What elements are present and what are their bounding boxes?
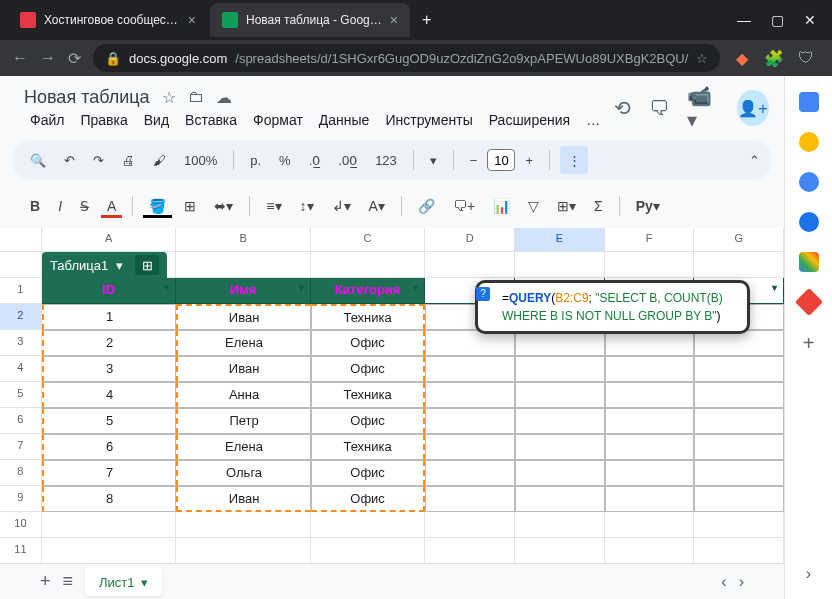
scroll-right-icon[interactable]: ›	[739, 573, 744, 591]
cell-b2[interactable]: Иван	[176, 304, 310, 330]
redo-button[interactable]: ↷	[87, 149, 110, 172]
collapse-toolbar-icon[interactable]: ⌃	[749, 153, 760, 168]
bold-button[interactable]: B	[24, 194, 46, 218]
addon-icon[interactable]	[794, 288, 822, 316]
cloud-icon[interactable]: ☁	[216, 88, 232, 107]
paint-format-button[interactable]: 🖌	[147, 149, 172, 172]
sheet-tab-1[interactable]: Лист1 ▾	[85, 567, 161, 596]
font-size-decrease[interactable]: −	[464, 149, 484, 172]
chevron-down-icon[interactable]: ▾	[116, 258, 123, 273]
forward-button[interactable]: →	[40, 49, 56, 67]
row-header-5[interactable]: 5	[0, 382, 42, 408]
currency-button[interactable]: р.	[244, 149, 267, 172]
percent-button[interactable]: %	[273, 149, 297, 172]
tasks-icon[interactable]	[799, 172, 819, 192]
new-tab-button[interactable]: +	[412, 11, 441, 29]
filter-button[interactable]: ▽	[522, 194, 545, 218]
fill-color-button[interactable]: 🪣	[143, 194, 172, 218]
close-icon[interactable]: ×	[188, 12, 196, 28]
row-header-3[interactable]: 3	[0, 330, 42, 356]
row-header-6[interactable]: 6	[0, 408, 42, 434]
table-header-category[interactable]: Категория	[311, 278, 426, 304]
url-input[interactable]: 🔒 docs.google.com/spreadsheets/d/1SHGxr6…	[93, 44, 720, 72]
menu-format[interactable]: Формат	[247, 110, 309, 130]
toolbar-more-button[interactable]: ⋮	[560, 146, 588, 174]
calendar-icon[interactable]	[799, 92, 819, 112]
row-header-8[interactable]: 8	[0, 460, 42, 486]
scroll-left-icon[interactable]: ‹	[721, 573, 726, 591]
col-header-g[interactable]: G	[694, 228, 784, 252]
document-title[interactable]: Новая таблица	[24, 87, 150, 108]
cell-a2[interactable]: 1	[42, 304, 176, 330]
menu-tools[interactable]: Инструменты	[379, 110, 478, 130]
ext-icon-3[interactable]: 🛡	[796, 48, 816, 68]
row-header-4[interactable]: 4	[0, 356, 42, 382]
menu-view[interactable]: Вид	[138, 110, 175, 130]
row-header-9[interactable]: 9	[0, 486, 42, 512]
keep-icon[interactable]	[799, 132, 819, 152]
number-format-select[interactable]: 123	[369, 149, 403, 172]
strikethrough-button[interactable]: S̶	[74, 194, 95, 218]
row-header-7[interactable]: 7	[0, 434, 42, 460]
increase-decimal-button[interactable]: .00̲	[332, 149, 363, 172]
table-name-banner[interactable]: Таблица1 ▾ ⊞	[42, 252, 167, 278]
search-icon[interactable]: 🔍	[24, 149, 52, 172]
menu-extensions[interactable]: Расширения	[483, 110, 576, 130]
functions-button[interactable]: Σ	[588, 194, 609, 218]
reload-button[interactable]: ⟳	[68, 49, 81, 68]
decrease-decimal-button[interactable]: .0̲	[303, 149, 327, 172]
col-header-c[interactable]: C	[311, 228, 426, 252]
text-color-button[interactable]: A	[101, 194, 122, 218]
maximize-icon[interactable]: ▢	[771, 12, 784, 28]
print-button[interactable]: 🖨	[116, 149, 141, 172]
language-button[interactable]: Ру▾	[630, 194, 666, 218]
maps-icon[interactable]	[799, 252, 819, 272]
browser-tab-2[interactable]: Новая таблица - Google Табли ×	[210, 3, 410, 37]
filter-views-button[interactable]: ⊞▾	[551, 194, 582, 218]
add-panel-button[interactable]: +	[803, 332, 815, 355]
font-size-input[interactable]	[487, 149, 515, 171]
row-header-2[interactable]: 2	[0, 304, 42, 330]
back-button[interactable]: ←	[12, 49, 28, 67]
wrap-button[interactable]: ↲▾	[326, 194, 357, 218]
insert-comment-button[interactable]: 🗨+	[447, 194, 481, 218]
link-button[interactable]: 🔗	[412, 194, 441, 218]
ext-icon-1[interactable]: ◆	[732, 48, 752, 68]
formula-help-icon[interactable]: ?	[476, 287, 490, 301]
row-header-1[interactable]: 1	[0, 278, 42, 304]
meet-icon[interactable]: 📹▾	[687, 84, 719, 132]
history-icon[interactable]: ⟲	[614, 96, 631, 120]
contacts-icon[interactable]	[799, 212, 819, 232]
menu-insert[interactable]: Вставка	[179, 110, 243, 130]
browser-tab-1[interactable]: Хостинговое сообщество «Tim ×	[8, 3, 208, 37]
col-header-a[interactable]: A	[42, 228, 176, 252]
italic-button[interactable]: I	[52, 194, 68, 218]
col-header-e[interactable]: E	[515, 228, 605, 252]
font-size-increase[interactable]: +	[519, 149, 539, 172]
table-grid-icon[interactable]: ⊞	[135, 255, 159, 275]
h-align-button[interactable]: ≡▾	[260, 194, 287, 218]
menu-edit[interactable]: Правка	[74, 110, 133, 130]
col-header-b[interactable]: B	[176, 228, 310, 252]
menu-icon[interactable]: ⋮	[828, 48, 832, 68]
formula-editor-popup[interactable]: ? =QUERY(B2:C9; "SELECT B, COUNT(B) WHER…	[475, 280, 750, 334]
col-header-d[interactable]: D	[425, 228, 515, 252]
close-icon[interactable]: ✕	[804, 12, 816, 28]
all-sheets-button[interactable]: ≡	[63, 571, 74, 592]
add-sheet-button[interactable]: +	[40, 571, 51, 592]
rotate-button[interactable]: A▾	[363, 194, 391, 218]
cell-c2[interactable]: Техника	[311, 304, 426, 330]
zoom-select[interactable]: 100%	[178, 151, 223, 170]
merge-cells-button[interactable]: ⬌▾	[208, 194, 239, 218]
undo-button[interactable]: ↶	[58, 149, 81, 172]
table-header-name[interactable]: Имя	[176, 278, 310, 304]
menu-file[interactable]: Файл	[24, 110, 70, 130]
chevron-down-icon[interactable]: ▾	[141, 575, 148, 590]
ext-icon-2[interactable]: 🧩	[764, 48, 784, 68]
font-select[interactable]: ▾	[424, 149, 443, 172]
spreadsheet-grid[interactable]: A B C D E F G Таблица1 ▾ ⊞	[0, 228, 784, 563]
menu-data[interactable]: Данные	[313, 110, 376, 130]
move-icon[interactable]: 🗀	[188, 88, 204, 106]
comment-icon[interactable]: 🗨	[649, 97, 669, 120]
borders-button[interactable]: ⊞	[178, 194, 202, 218]
